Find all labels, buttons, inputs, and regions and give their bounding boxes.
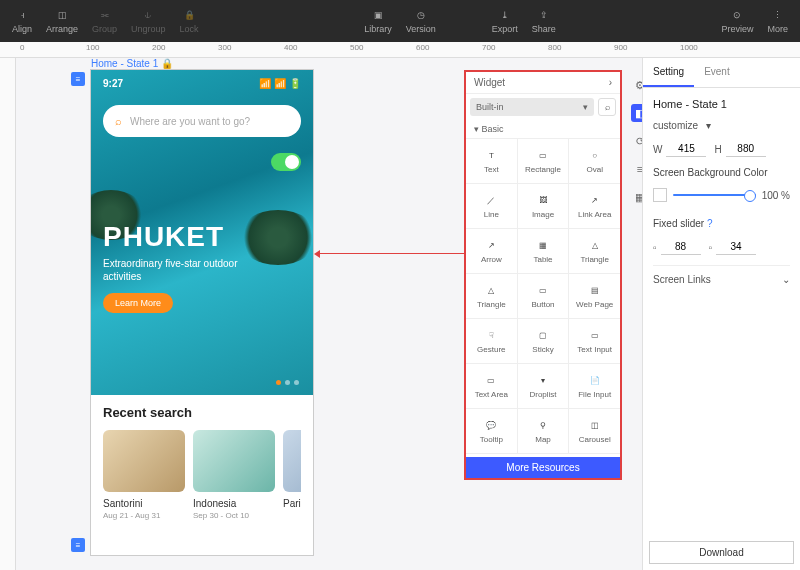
widget-map[interactable]: ⚲Map [518,409,570,453]
side-icon-refresh[interactable]: ⟳ [631,132,642,150]
properties-panel: Setting Event Home - State 1 customize ▾… [642,58,800,570]
share-button[interactable]: ⇪Share [532,8,556,34]
widget-text-input[interactable]: ▭Text Input [569,319,620,363]
widget-icon: T [482,148,500,162]
card-image [103,430,185,492]
library-button[interactable]: ▣Library [364,8,392,34]
widget-image[interactable]: 🖼Image [518,184,570,228]
artboard-label[interactable]: Home - State 1 🔒 [91,58,173,69]
group-button[interactable]: ⫘Group [92,8,117,34]
side-icon-layers[interactable]: ≡ [631,160,642,178]
screen-links-accordion[interactable]: Screen Links ⌄ [653,265,790,293]
widget-icon: ◫ [586,418,604,432]
widget-icon: ☟ [482,328,500,342]
slider-v2-field[interactable]: ▫ [709,239,757,255]
recent-card[interactable]: IndonesiaSep 30 - Oct 10 [193,430,275,520]
card-image [193,430,275,492]
widget-panel-header[interactable]: Widget › [466,72,620,94]
lock-button[interactable]: 🔒Lock [180,8,199,34]
widget-panel: Widget › Built-in ▾ ⌕ ▾ Basic TText▭Rect… [464,70,622,480]
widget-web-page[interactable]: ▤Web Page [569,274,620,318]
widget-icon: ⚲ [534,418,552,432]
marker-bottom[interactable]: ≡ [71,538,85,552]
help-icon[interactable]: ? [707,218,713,229]
opacity-slider[interactable] [673,194,756,196]
card-date: Sep 30 - Oct 10 [193,511,275,520]
widget-tooltip[interactable]: 💬Tooltip [466,409,518,453]
canvas[interactable]: Home - State 1 🔒 ≡ ≡ 9:27 📶 📶 🔋 ⌕ Where … [16,58,642,570]
widget-icon: ○ [586,148,604,162]
learn-more-button[interactable]: Learn More [103,293,173,313]
widget-icon: △ [482,283,500,297]
share-icon: ⇪ [537,8,551,22]
recent-card[interactable]: SantoriniAug 21 - Aug 31 [103,430,185,520]
side-icon-gear[interactable]: ⚙ [631,76,642,94]
export-button[interactable]: ⤓Export [492,8,518,34]
widget-search-button[interactable]: ⌕ [598,98,616,116]
version-button[interactable]: ◷Version [406,8,436,34]
widget-text-area[interactable]: ▭Text Area [466,364,518,408]
preview-button[interactable]: ⊙Preview [721,8,753,34]
widget-gesture[interactable]: ☟Gesture [466,319,518,363]
widget-rectangle[interactable]: ▭Rectangle [518,139,570,183]
widget-table[interactable]: ▦Table [518,229,570,273]
side-icon-strip: ⚙ ◧ ⟳ ≡ ▦ [628,76,642,206]
widget-arrow[interactable]: ↗Arrow [466,229,518,273]
widget-sticky[interactable]: ▢Sticky [518,319,570,363]
widget-triangle[interactable]: △Triangle [569,229,620,273]
status-icons: 📶 📶 🔋 [259,78,301,89]
search-input[interactable]: ⌕ Where are you want to go? [103,105,301,137]
toggle-switch[interactable] [271,153,301,171]
status-time: 9:27 [103,78,123,89]
tab-setting[interactable]: Setting [643,58,694,87]
version-icon: ◷ [414,8,428,22]
widget-droplist[interactable]: ▾Droplist [518,364,570,408]
recent-card[interactable]: Paris [283,430,301,520]
widget-file-input[interactable]: 📄File Input [569,364,620,408]
widget-filter-select[interactable]: Built-in ▾ [470,98,594,116]
tab-event[interactable]: Event [694,58,740,87]
carousel-dots[interactable] [276,380,299,385]
side-icon-cube[interactable]: ◧ [631,104,642,122]
export-icon: ⤓ [498,8,512,22]
arrange-button[interactable]: ◫Arrange [46,8,78,34]
preview-icon: ⊙ [730,8,744,22]
hero-section: 9:27 📶 📶 🔋 ⌕ Where are you want to go? P… [91,70,313,395]
widget-category[interactable]: ▾ Basic [466,120,620,139]
height-field[interactable]: H [714,141,765,157]
widget-button[interactable]: ▭Button [518,274,570,318]
side-icon-library[interactable]: ▦ [631,188,642,206]
widget-link-area[interactable]: ↗Link Area [569,184,620,228]
slider-v1-field[interactable]: ▫ [653,239,701,255]
widget-icon: ▾ [534,373,552,387]
download-button[interactable]: Download [649,541,794,564]
search-placeholder: Where are you want to go? [130,116,250,127]
widget-line[interactable]: ／Line [466,184,518,228]
customize-dropdown[interactable]: customize ▾ [653,120,790,131]
widget-icon: ▤ [586,283,604,297]
artboard-home[interactable]: 9:27 📶 📶 🔋 ⌕ Where are you want to go? P… [91,70,313,555]
chevron-down-icon: ⌄ [782,274,790,285]
card-name: Santorini [103,498,185,509]
chevron-down-icon: ▾ [706,120,711,131]
bg-color-swatch[interactable] [653,188,667,202]
widget-carousel[interactable]: ◫Carousel [569,409,620,453]
align-button[interactable]: ⫞Align [12,8,32,34]
more-button[interactable]: ⋮More [768,8,789,34]
ungroup-button[interactable]: ⫝Ungroup [131,8,166,34]
top-toolbar: ⫞Align◫Arrange⫘Group⫝Ungroup🔒Lock ▣Libra… [0,0,800,42]
widget-icon: ▭ [534,148,552,162]
widget-icon: 📄 [586,373,604,387]
widget-triangle[interactable]: △Triangle [466,274,518,318]
lock-icon: 🔒 [182,8,196,22]
chevron-right-icon: › [609,77,612,88]
widget-oval[interactable]: ○Oval [569,139,620,183]
fixed-slider-label: Fixed slider [653,218,704,229]
marker-top[interactable]: ≡ [71,72,85,86]
more-resources-button[interactable]: More Resources [466,457,620,478]
chevron-down-icon: ▾ [583,102,588,112]
hero-title: PHUKET [103,221,301,253]
width-field[interactable]: W [653,141,706,157]
widget-icon: △ [586,238,604,252]
widget-text[interactable]: TText [466,139,518,183]
